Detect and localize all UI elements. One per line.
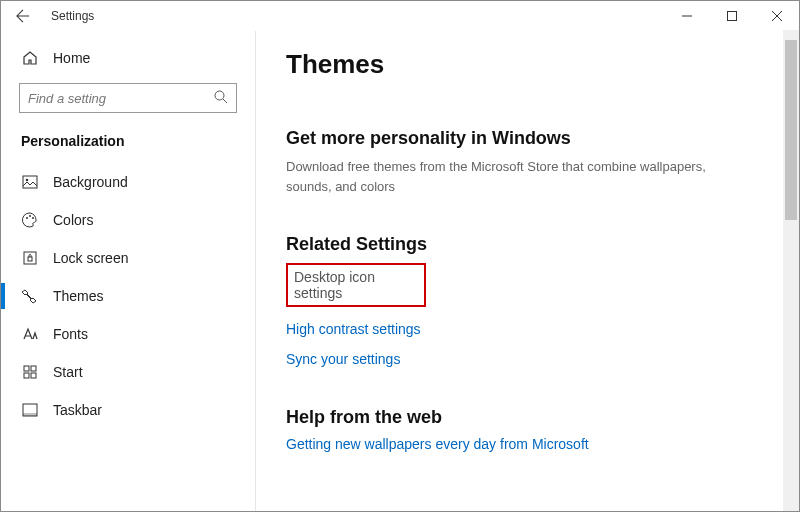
sync-your-settings-link[interactable]: Sync your settings: [286, 351, 769, 367]
search-icon: [213, 89, 229, 105]
window-controls: [664, 1, 799, 31]
search-input[interactable]: [19, 83, 237, 113]
lock-screen-icon: [21, 249, 39, 267]
more-personality-heading: Get more personality in Windows: [286, 128, 769, 149]
svg-point-1: [215, 91, 224, 100]
desktop-icon-settings-link[interactable]: Desktop icon settings: [286, 263, 426, 307]
taskbar-icon: [21, 401, 39, 419]
themes-icon: [21, 287, 39, 305]
sidebar-item-label: Start: [53, 364, 83, 380]
minimize-icon: [682, 11, 692, 21]
back-button[interactable]: [13, 9, 33, 23]
home-label: Home: [53, 50, 90, 66]
high-contrast-settings-link[interactable]: High contrast settings: [286, 321, 769, 337]
svg-rect-2: [23, 176, 37, 188]
sidebar-item-label: Themes: [53, 288, 104, 304]
svg-rect-8: [28, 257, 32, 261]
svg-point-3: [26, 179, 29, 182]
svg-rect-0: [727, 12, 736, 21]
svg-point-4: [26, 217, 28, 219]
help-links: Getting new wallpapers every day from Mi…: [286, 436, 769, 452]
arrow-left-icon: [16, 9, 30, 23]
sidebar-item-label: Lock screen: [53, 250, 128, 266]
sidebar-item-label: Fonts: [53, 326, 88, 342]
window-body: Home Personalization Background Colors: [1, 31, 799, 511]
sidebar-item-label: Background: [53, 174, 128, 190]
svg-rect-12: [31, 373, 36, 378]
sidebar: Home Personalization Background Colors: [1, 31, 256, 511]
related-settings-heading: Related Settings: [286, 234, 769, 255]
svg-point-5: [29, 215, 31, 217]
sidebar-item-background[interactable]: Background: [1, 163, 255, 201]
search-wrap: [19, 83, 237, 113]
sidebar-item-start[interactable]: Start: [1, 353, 255, 391]
scrollbar-thumb[interactable]: [785, 40, 797, 220]
sidebar-item-lock-screen[interactable]: Lock screen: [1, 239, 255, 277]
vertical-scrollbar[interactable]: [783, 30, 799, 511]
content-pane: Themes Get more personality in Windows D…: [256, 31, 799, 511]
maximize-icon: [727, 11, 737, 21]
sidebar-item-colors[interactable]: Colors: [1, 201, 255, 239]
sidebar-item-taskbar[interactable]: Taskbar: [1, 391, 255, 429]
close-icon: [772, 11, 782, 21]
sidebar-item-label: Colors: [53, 212, 93, 228]
home-icon: [21, 49, 39, 67]
palette-icon: [21, 211, 39, 229]
nav-list: Background Colors Lock screen Themes Fon…: [1, 163, 255, 429]
section-header: Personalization: [1, 127, 255, 163]
window-title: Settings: [51, 9, 94, 23]
svg-rect-10: [31, 366, 36, 371]
picture-icon: [21, 173, 39, 191]
sidebar-item-themes[interactable]: Themes: [1, 277, 255, 315]
settings-window: Settings Home: [0, 0, 800, 512]
wallpapers-help-link[interactable]: Getting new wallpapers every day from Mi…: [286, 436, 769, 452]
minimize-button[interactable]: [664, 1, 709, 31]
start-icon: [21, 363, 39, 381]
svg-rect-11: [24, 373, 29, 378]
page-title: Themes: [286, 49, 769, 80]
related-links: Desktop icon settings High contrast sett…: [286, 263, 769, 367]
fonts-icon: [21, 325, 39, 343]
sidebar-item-label: Taskbar: [53, 402, 102, 418]
maximize-button[interactable]: [709, 1, 754, 31]
help-from-web-heading: Help from the web: [286, 407, 769, 428]
home-nav[interactable]: Home: [1, 39, 255, 77]
svg-rect-9: [24, 366, 29, 371]
svg-rect-14: [23, 413, 37, 416]
sidebar-item-fonts[interactable]: Fonts: [1, 315, 255, 353]
svg-point-6: [32, 217, 34, 219]
close-button[interactable]: [754, 1, 799, 31]
more-personality-desc: Download free themes from the Microsoft …: [286, 157, 726, 196]
titlebar: Settings: [1, 1, 799, 31]
svg-rect-7: [24, 252, 36, 264]
